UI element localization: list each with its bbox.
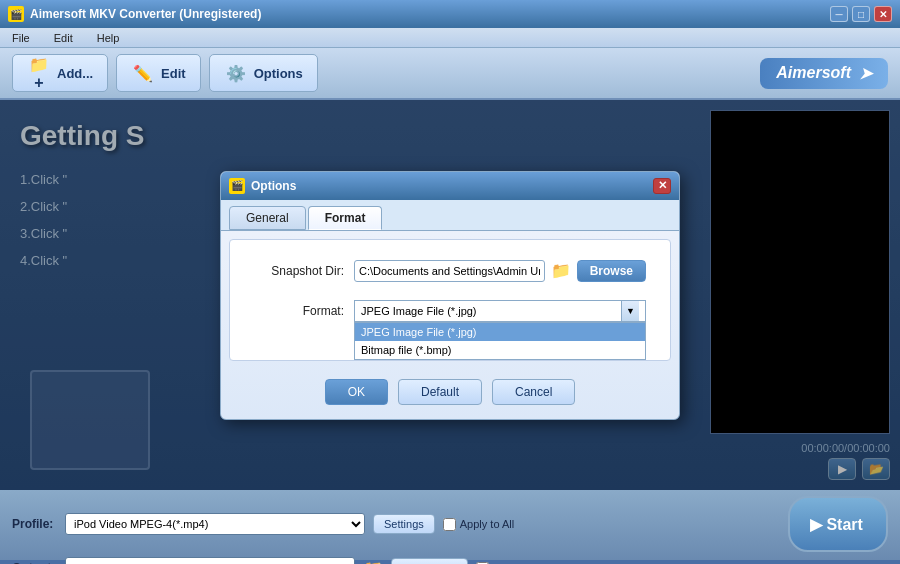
format-row: Format: JPEG Image File (*.jpg) ▼ JPEG I… (254, 300, 646, 322)
profile-label: Profile: (12, 517, 57, 531)
output-row: Output: 📁 Find Target Merge into one fil… (12, 557, 888, 564)
apply-to-all-input[interactable] (443, 518, 456, 531)
profile-row: Profile: iPod Video MPEG-4(*.mp4) Settin… (12, 496, 888, 552)
edit-icon: ✏️ (131, 61, 155, 85)
app-title: Aimersoft MKV Converter (Unregistered) (30, 7, 261, 21)
options-dialog: 🎬 Options ✕ General Format Snapshot Dir:… (220, 171, 680, 420)
add-button[interactable]: 📁+ Add... (12, 54, 108, 92)
settings-button[interactable]: Settings (373, 514, 435, 534)
tab-bar: General Format (221, 200, 679, 231)
start-button[interactable]: ▶ Start (788, 496, 888, 552)
menu-edit[interactable]: Edit (50, 30, 77, 46)
browse-button[interactable]: Browse (577, 260, 646, 282)
profile-select[interactable]: iPod Video MPEG-4(*.mp4) (65, 513, 365, 535)
edit-button[interactable]: ✏️ Edit (116, 54, 201, 92)
window-controls: ─ □ ✕ (830, 6, 892, 22)
tab-format[interactable]: Format (308, 206, 383, 230)
dialog-content: Snapshot Dir: 📁 Browse Format: JPEG Imag… (229, 239, 671, 361)
snapshot-dir-input-group: 📁 Browse (354, 260, 646, 282)
tab-general[interactable]: General (229, 206, 306, 230)
add-icon: 📁+ (27, 61, 51, 85)
brand-logo: Aimersoft ➤ (760, 58, 888, 89)
menu-file[interactable]: File (8, 30, 34, 46)
dialog-title: Options (251, 179, 296, 193)
format-option-jpeg[interactable]: JPEG Image File (*.jpg) (355, 323, 645, 341)
title-bar: 🎬 Aimersoft MKV Converter (Unregistered)… (0, 0, 900, 28)
options-button[interactable]: ⚙️ Options (209, 54, 318, 92)
minimize-button[interactable]: ─ (830, 6, 848, 22)
dialog-close-button[interactable]: ✕ (653, 178, 671, 194)
format-select-header[interactable]: JPEG Image File (*.jpg) ▼ (354, 300, 646, 322)
dropdown-arrow-icon: ▼ (621, 301, 639, 321)
bottom-bar: Profile: iPod Video MPEG-4(*.mp4) Settin… (0, 490, 900, 560)
format-option-bmp[interactable]: Bitmap file (*.bmp) (355, 341, 645, 359)
default-button[interactable]: Default (398, 379, 482, 405)
menu-help[interactable]: Help (93, 30, 124, 46)
format-dropdown-list: JPEG Image File (*.jpg) Bitmap file (*.b… (354, 322, 646, 360)
format-select-container: JPEG Image File (*.jpg) ▼ JPEG Image Fil… (354, 300, 646, 322)
brand-arrow-icon: ➤ (859, 64, 872, 83)
app-icon: 🎬 (8, 6, 24, 22)
close-button[interactable]: ✕ (874, 6, 892, 22)
find-target-button[interactable]: Find Target (391, 558, 468, 564)
format-selected-value: JPEG Image File (*.jpg) (361, 305, 621, 317)
modal-overlay: 🎬 Options ✕ General Format Snapshot Dir:… (0, 100, 900, 490)
snapshot-dir-label: Snapshot Dir: (254, 264, 344, 278)
apply-to-all-label: Apply to All (460, 518, 514, 530)
toolbar: 📁+ Add... ✏️ Edit ⚙️ Options Aimersoft ➤ (0, 48, 900, 100)
folder-browse-icon-button[interactable]: 📁 (551, 261, 571, 280)
cancel-button[interactable]: Cancel (492, 379, 575, 405)
main-area: Getting S 1.Click " 2.Click " 3.Click " … (0, 100, 900, 490)
options-icon: ⚙️ (224, 61, 248, 85)
snapshot-dir-row: Snapshot Dir: 📁 Browse (254, 260, 646, 282)
maximize-button[interactable]: □ (852, 6, 870, 22)
dialog-buttons: OK Default Cancel (221, 369, 679, 419)
dialog-icon: 🎬 (229, 178, 245, 194)
output-folder-icon-button[interactable]: 📁 (363, 559, 383, 565)
apply-to-all-checkbox: Apply to All (443, 518, 514, 531)
menu-bar: File Edit Help (0, 28, 900, 48)
dialog-titlebar: 🎬 Options ✕ (221, 172, 679, 200)
ok-button[interactable]: OK (325, 379, 388, 405)
output-input[interactable] (65, 557, 355, 564)
format-label: Format: (254, 304, 344, 318)
snapshot-dir-input[interactable] (354, 260, 545, 282)
